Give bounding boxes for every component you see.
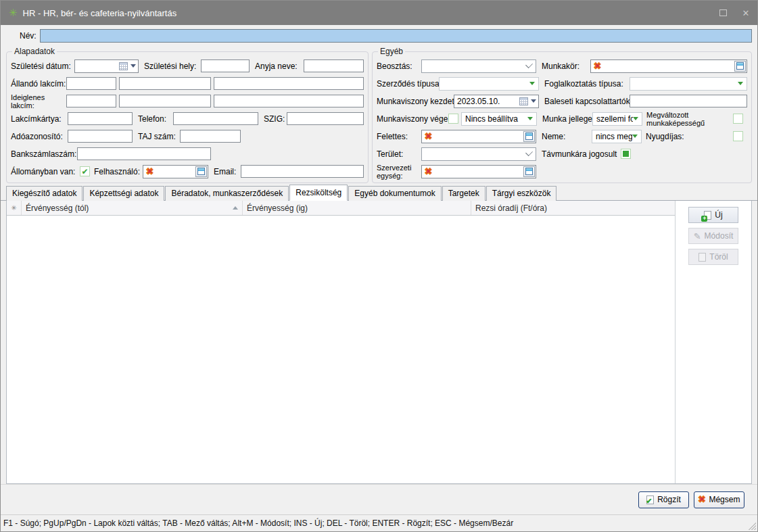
tab-targetek[interactable]: Targetek — [442, 186, 485, 201]
column-ervenyesseg-tol[interactable]: Érvényesség (tól) — [22, 201, 243, 215]
munkakor-picker-button[interactable] — [734, 61, 746, 72]
save-check-icon — [646, 495, 654, 504]
email-input[interactable] — [241, 165, 364, 178]
status-bar: F1 - Súgó; PgUp/PgDn - Lapok közti váltá… — [1, 514, 757, 531]
szervezeti-egyseg-lookup-field[interactable]: ✖ — [421, 165, 536, 178]
rogzit-button[interactable]: Rögzít — [638, 491, 689, 508]
column-chooser-button[interactable]: ✳ — [7, 201, 22, 215]
nyugdijas-checkbox[interactable] — [733, 131, 743, 141]
munkaviszony-vege-checkbox[interactable] — [448, 114, 458, 124]
munkakor-lookup-field[interactable]: ✖ — [590, 59, 747, 73]
tavmunka-checkbox[interactable] — [621, 149, 631, 159]
row-allando-lakcim: Állandó lakcím: — [11, 75, 364, 92]
chevron-down-icon[interactable] — [131, 64, 136, 68]
felettes-picker-button[interactable] — [523, 131, 535, 142]
tab-egyeb-dokumentumok[interactable]: Egyéb dokumentumok — [348, 186, 441, 201]
munkaviszony-vege-dropdown[interactable]: Nincs beállítva — [461, 112, 537, 126]
baleseti-label: Baleseti kapcsolattartók: — [544, 97, 630, 106]
rezsikoltseg-grid: ✳ Érvényesség (tól) Érvényesség (ig) Rez… — [7, 201, 676, 483]
row-bankszamla: Bankszámlaszám: — [11, 145, 364, 162]
chevron-down-icon — [525, 61, 533, 68]
window-picker-icon — [525, 168, 533, 175]
alapadatok-title: Alapadatok — [12, 47, 57, 56]
felhasznalo-picker-button[interactable] — [195, 166, 207, 177]
munka-jellege-value: szellemi fogl — [596, 114, 633, 124]
baleseti-input[interactable] — [630, 95, 747, 107]
munkaviszony-kezdete-value: 2023.05.10. — [457, 97, 519, 106]
lakcimkartya-input[interactable] — [68, 112, 133, 125]
dropdown-arrow-icon — [633, 117, 638, 120]
megvaltozott-label: Megváltozott munkaképességű — [646, 111, 722, 127]
felhasznalo-lookup-field[interactable]: ✖ — [143, 165, 208, 178]
nyugdijas-label: Nyugdíjas: — [646, 132, 721, 141]
ideiglenes-lakcim-telepules-input[interactable] — [119, 95, 211, 107]
torol-button[interactable]: Töröl — [688, 249, 738, 265]
terulet-combobox[interactable] — [421, 147, 536, 161]
clear-x-icon[interactable]: ✖ — [146, 168, 153, 176]
tab-beradatok[interactable]: Béradatok, munkaszerződések — [165, 186, 289, 201]
szuletesi-datum-label: Születési dátum: — [11, 62, 74, 71]
szig-input[interactable] — [287, 112, 364, 125]
megsem-button[interactable]: ✖ Mégsem — [694, 491, 744, 508]
foglalkoztatas-tipusa-dropdown[interactable] — [630, 77, 747, 91]
felettes-lookup-field[interactable]: ✖ — [421, 130, 536, 143]
allomanyban-van-checkbox[interactable] — [80, 166, 90, 176]
close-button[interactable]: ✕ — [734, 1, 757, 25]
uj-button[interactable]: Új — [688, 207, 738, 223]
column-rezsi-oradij[interactable]: Rezsi óradíj (Ft/óra) — [471, 201, 675, 215]
grid-action-panel: Új ✎ Módosít Töröl — [676, 201, 751, 483]
dropdown-arrow-icon — [738, 82, 743, 85]
bankszamlaszam-input[interactable] — [77, 147, 211, 160]
resize-grip[interactable] — [749, 523, 756, 530]
szerzodes-tipusa-label: Szerződés típusa: — [377, 79, 439, 89]
row-munkaviszony-vege: Munkaviszony vége: Nincs beállítva Munka… — [377, 110, 747, 127]
beosztas-combobox[interactable] — [421, 59, 536, 73]
szuletesi-hely-input[interactable] — [201, 59, 250, 72]
tab-rezsikoltseg[interactable]: Rezsiköltség — [289, 185, 348, 201]
ideiglenes-lakcim-utca-input[interactable] — [214, 95, 364, 107]
tab-kepzettsegi-adatok[interactable]: Képzettségi adatok — [83, 186, 164, 201]
ideiglenes-lakcim-irsz-input[interactable] — [66, 95, 116, 107]
allando-lakcim-irsz-input[interactable] — [66, 77, 116, 90]
row-szuletes: Születési dátum: Születési hely: Anyja n… — [11, 57, 364, 74]
allando-lakcim-utca-input[interactable] — [214, 77, 364, 90]
maximize-button[interactable] — [711, 1, 734, 25]
row-ideiglenes-lakcim: Ideiglenes lakcím: — [11, 93, 364, 110]
neme-dropdown[interactable]: nincs megad — [592, 130, 642, 143]
dropdown-arrow-icon — [527, 117, 533, 120]
szerzodes-tipusa-dropdown[interactable] — [439, 77, 539, 91]
clear-x-icon[interactable]: ✖ — [425, 168, 432, 176]
grid-body-empty[interactable] — [7, 216, 675, 483]
taj-szam-label: TAJ szám: — [138, 132, 180, 141]
megvaltozott-checkbox[interactable] — [733, 114, 743, 124]
app-icon: ✳ — [9, 7, 18, 19]
edit-pencil-icon: ✎ — [694, 232, 701, 241]
window-controls: ✕ — [711, 1, 757, 25]
adoazonosito-input[interactable] — [68, 130, 133, 143]
name-row: Név: — [1, 25, 757, 45]
taj-szam-input[interactable] — [180, 130, 241, 143]
anyja-neve-input[interactable] — [304, 59, 364, 72]
new-document-icon — [704, 211, 711, 220]
modosit-button[interactable]: ✎ Módosít — [688, 228, 738, 244]
munkaviszony-kezdete-field[interactable]: 2023.05.10. — [454, 95, 539, 108]
row-allomany: Állományban van: Felhasználó: ✖ Email: — [11, 163, 364, 180]
munka-jellege-label: Munka jellege: — [542, 114, 592, 124]
telefon-input[interactable] — [173, 112, 258, 125]
tab-targyi-eszkozok[interactable]: Tárgyi eszközök — [486, 186, 557, 201]
column-ervenyesseg-tol-label: Érvényesség (tól) — [26, 203, 89, 213]
row-szerzodes: Szerződés típusa: Foglalkoztatás típusa: — [377, 75, 747, 92]
szervezeti-egyseg-picker-button[interactable] — [523, 166, 535, 177]
clear-x-icon[interactable]: ✖ — [425, 132, 432, 141]
column-ervenyesseg-ig[interactable]: Érvényesség (ig) — [243, 201, 471, 215]
clear-x-icon[interactable]: ✖ — [594, 62, 601, 70]
tab-kiegeszito-adatok[interactable]: Kiegészítő adatok — [6, 186, 82, 201]
allando-lakcim-telepules-input[interactable] — [119, 77, 211, 90]
munka-jellege-dropdown[interactable]: szellemi fogl — [592, 112, 642, 126]
name-input[interactable] — [40, 29, 752, 43]
row-adoazonosito: Adóazonosító: TAJ szám: — [11, 128, 364, 145]
grid-header: ✳ Érvényesség (tól) Érvényesség (ig) Rez… — [7, 201, 675, 216]
chevron-down-icon[interactable] — [531, 99, 536, 103]
szuletesi-datum-field[interactable] — [74, 59, 139, 73]
telefon-label: Telefon: — [138, 114, 173, 124]
